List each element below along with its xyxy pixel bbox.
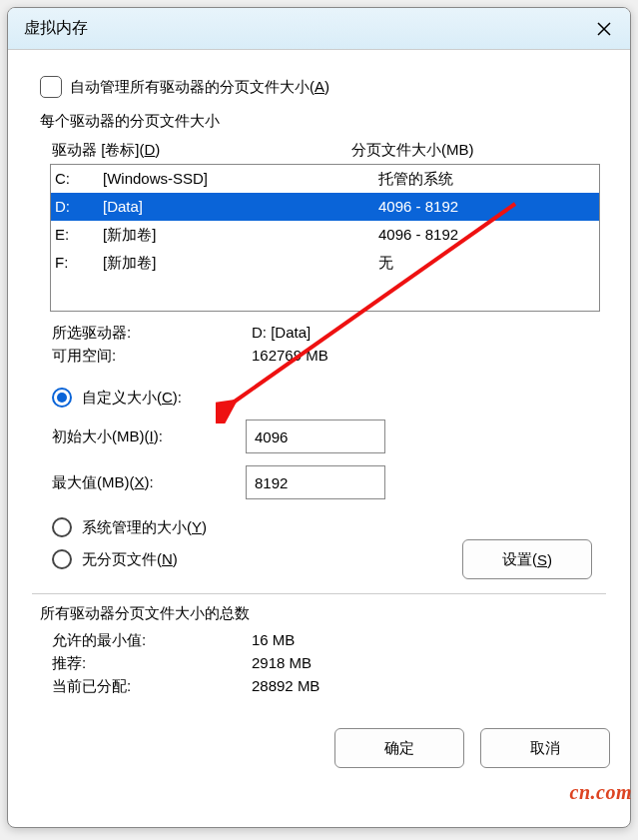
drive-size: 4096 - 8192	[378, 195, 599, 219]
auto-manage-label: 自动管理所有驱动器的分页文件大小(A)	[70, 78, 329, 97]
totals-heading: 所有驱动器分页文件大小的总数	[32, 602, 606, 629]
drive-size: 托管的系统	[378, 167, 599, 191]
allocated-label: 当前已分配:	[52, 677, 252, 696]
drive-row[interactable]: D: [Data] 4096 - 8192	[51, 193, 599, 221]
custom-size-label: 自定义大小(C):	[82, 389, 182, 408]
close-icon	[597, 22, 611, 36]
titlebar: 虚拟内存	[8, 8, 630, 50]
dialog-footer: 确定 取消	[8, 714, 630, 786]
allocated-value: 28892 MB	[252, 677, 319, 696]
window-title: 虚拟内存	[24, 18, 588, 39]
max-size-input[interactable]	[246, 465, 385, 499]
selected-drive-value: D: [Data]	[252, 324, 311, 343]
no-paging-radio[interactable]	[52, 549, 72, 569]
drive-size: 4096 - 8192	[378, 223, 599, 247]
drive-list[interactable]: C: [Windows-SSD] 托管的系统 D: [Data] 4096 - …	[50, 164, 600, 312]
per-drive-label: 每个驱动器的分页文件大小	[40, 112, 606, 131]
selected-drive-label: 所选驱动器:	[52, 324, 252, 343]
no-paging-label: 无分页文件(N)	[82, 550, 178, 569]
drive-label: [Data]	[103, 195, 378, 219]
min-allowed-value: 16 MB	[252, 631, 295, 650]
drive-letter: F:	[55, 251, 103, 275]
recommended-value: 2918 MB	[252, 654, 312, 673]
close-button[interactable]	[588, 13, 620, 45]
ok-button[interactable]: 确定	[334, 728, 464, 768]
watermark: cn.com	[570, 781, 632, 804]
recommended-label: 推荐:	[52, 654, 252, 673]
auto-manage-row[interactable]: 自动管理所有驱动器的分页文件大小(A)	[40, 76, 606, 98]
auto-manage-checkbox[interactable]	[40, 76, 62, 98]
header-drive: 驱动器 [卷标](D)	[52, 141, 351, 160]
free-space-value: 162769 MB	[252, 347, 328, 366]
drive-size: 无	[378, 251, 599, 275]
drive-letter: E:	[55, 223, 103, 247]
drive-row[interactable]: F: [新加卷] 无	[51, 249, 599, 277]
drive-list-header: 驱动器 [卷标](D) 分页文件大小(MB)	[32, 137, 606, 164]
system-managed-radio[interactable]	[52, 517, 72, 537]
drive-label: [新加卷]	[103, 223, 378, 247]
max-size-label: 最大值(MB)(X):	[52, 473, 246, 492]
drive-letter: D:	[55, 195, 103, 219]
min-allowed-label: 允许的最小值:	[52, 631, 252, 650]
drive-row[interactable]: E: [新加卷] 4096 - 8192	[51, 221, 599, 249]
separator	[32, 593, 606, 594]
set-button[interactable]: 设置(S)	[462, 539, 592, 579]
system-managed-label: 系统管理的大小(Y)	[82, 518, 207, 537]
drive-label: [Windows-SSD]	[103, 167, 378, 191]
drive-label: [新加卷]	[103, 251, 378, 275]
cancel-button[interactable]: 取消	[480, 728, 610, 768]
custom-size-radio[interactable]	[52, 388, 72, 408]
drive-row[interactable]: C: [Windows-SSD] 托管的系统	[51, 165, 599, 193]
header-size: 分页文件大小(MB)	[351, 141, 474, 160]
custom-size-radio-row[interactable]: 自定义大小(C):	[32, 382, 606, 414]
free-space-label: 可用空间:	[52, 347, 252, 366]
virtual-memory-dialog: 虚拟内存 自动管理所有驱动器的分页文件大小(A) 每个驱动器的分页文件大小 驱动…	[7, 7, 631, 828]
initial-size-input[interactable]	[246, 420, 385, 453]
initial-size-label: 初始大小(MB)(I):	[52, 427, 246, 446]
drive-letter: C:	[55, 167, 103, 191]
